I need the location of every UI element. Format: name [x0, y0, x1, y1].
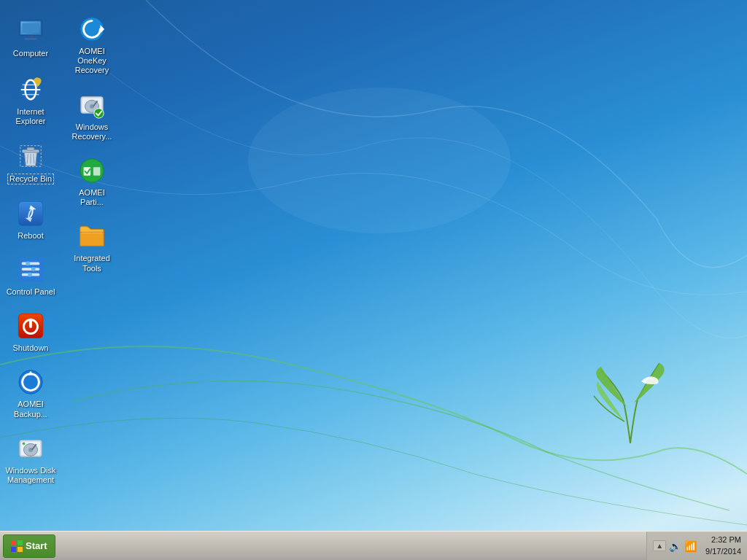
aomei-backup-label: AOMEIBackup...	[14, 400, 47, 419]
integrated-tools-label: IntegratedTools	[74, 254, 110, 273]
start-button[interactable]: Start	[3, 534, 55, 558]
internet-explorer-icon[interactable]: InternetExplorer	[1, 69, 60, 132]
reboot-img	[16, 199, 45, 228]
svg-point-38	[23, 442, 26, 445]
aomei-onekey-img	[77, 15, 107, 44]
windows-recovery-icon[interactable]: WindowsRecovery...	[63, 85, 121, 147]
svg-rect-51	[18, 540, 23, 545]
windows-recovery-img	[77, 90, 107, 120]
start-label: Start	[26, 540, 47, 551]
recycle-bin-label: Recycle Bin	[7, 174, 54, 184]
svg-rect-6	[23, 23, 39, 33]
recycle-bin-img	[16, 141, 45, 171]
shutdown-icon[interactable]: Shutdown	[1, 306, 60, 359]
computer-label: Computer	[13, 49, 48, 58]
aomei-partition-icon[interactable]: AOMEIParti...	[63, 150, 121, 213]
network-tray-icon: 🔊	[669, 540, 681, 552]
svg-point-22	[26, 262, 30, 266]
aomei-backup-icon[interactable]: AOMEIBackup...	[1, 362, 60, 424]
integrated-tools-icon[interactable]: IntegratedTools	[63, 216, 121, 279]
windows-disk-label: Windows DiskManagement	[5, 466, 55, 485]
integrated-tools-img	[77, 222, 107, 251]
reboot-label: Reboot	[18, 231, 43, 241]
aomei-onekey-label: AOMEI OneKeyRecovery	[66, 47, 118, 76]
aomei-backup-img	[16, 368, 45, 397]
system-tray: ▲ 🔊 📶 2:32 PM 9/17/2014	[646, 532, 747, 560]
computer-icon-img	[16, 17, 45, 46]
svg-rect-21	[22, 262, 40, 265]
svg-rect-53	[18, 547, 23, 552]
svg-rect-4	[27, 36, 34, 39]
svg-point-26	[28, 273, 32, 277]
plant-decoration	[587, 341, 674, 443]
aomei-partition-label: AOMEIParti...	[79, 188, 104, 207]
recycle-bin-icon[interactable]: Recycle Bin	[1, 136, 60, 190]
taskbar: Start ▲ 🔊 📶 2:32 PM 9/17/2014	[0, 531, 747, 560]
control-panel-img	[16, 255, 45, 284]
aomei-partition-img	[77, 156, 107, 185]
windows-disk-img	[16, 434, 45, 463]
svg-point-24	[31, 267, 36, 271]
svg-rect-52	[11, 547, 16, 552]
clock-date: 9/17/2014	[705, 546, 741, 557]
control-panel-label: Control Panel	[7, 287, 55, 297]
volume-tray-icon: 📶	[684, 540, 697, 552]
svg-rect-49	[93, 167, 100, 175]
svg-rect-23	[22, 268, 40, 271]
ie-label: InternetExplorer	[16, 107, 46, 126]
tray-expand-button[interactable]: ▲	[653, 540, 666, 551]
svg-rect-50	[11, 540, 16, 545]
desktop: Computer InternetExplorer	[0, 0, 747, 531]
svg-rect-14	[27, 147, 34, 150]
windows-disk-icon[interactable]: Windows DiskManagement	[1, 428, 60, 491]
svg-rect-30	[29, 319, 32, 328]
computer-icon[interactable]: Computer	[1, 11, 60, 64]
control-panel-icon[interactable]: Control Panel	[1, 249, 60, 303]
clock[interactable]: 2:32 PM 9/17/2014	[705, 534, 741, 557]
windows-recovery-label: WindowsRecovery...	[72, 122, 112, 141]
shutdown-img	[16, 311, 45, 341]
reboot-icon[interactable]: Reboot	[1, 193, 60, 246]
tray-icons: ▲ 🔊 📶	[653, 540, 697, 552]
windows-logo-icon	[11, 540, 23, 552]
svg-rect-5	[24, 39, 36, 40]
ie-icon-img	[16, 75, 45, 104]
shutdown-label: Shutdown	[13, 343, 49, 353]
svg-point-0	[248, 88, 511, 233]
clock-time: 2:32 PM	[705, 534, 741, 545]
desktop-icons: Computer InternetExplorer	[0, 7, 146, 525]
aomei-onekey-icon[interactable]: AOMEI OneKeyRecovery	[63, 9, 121, 82]
